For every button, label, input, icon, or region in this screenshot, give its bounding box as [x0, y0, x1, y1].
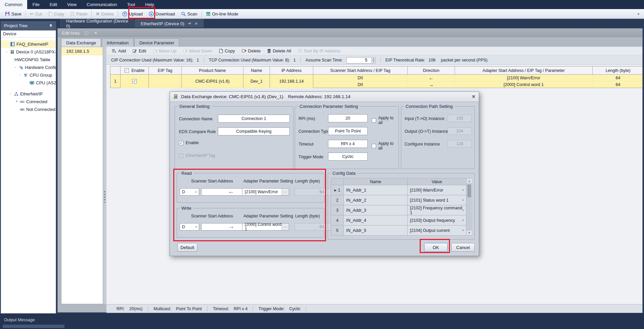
- project-notebook-icon: [10, 42, 15, 47]
- delete-row-button[interactable]: Delete: [242, 48, 261, 53]
- save-button[interactable]: Save: [2, 10, 25, 18]
- tab-hardware-configuration[interactable]: Hardware Configuration (Device 0): [60, 19, 134, 28]
- device-ip-item[interactable]: 192.168.1.5: [61, 47, 103, 55]
- config-row-value[interactable]: [2102] Frequency command 1▾: [408, 205, 466, 215]
- rpi-input[interactable]: [328, 114, 368, 122]
- copy-row-button[interactable]: Copy: [219, 48, 235, 53]
- move-up-button[interactable]: Move Up: [153, 48, 177, 53]
- config-scrollbar[interactable]: ▲ ▼: [466, 178, 472, 236]
- config-row-name[interactable]: IN_Addr_5: [344, 225, 408, 236]
- delete-button[interactable]: ✕ Delete: [93, 10, 117, 18]
- tree-item-not-connected[interactable]: Not Connected: [1, 106, 56, 113]
- config-row-value[interactable]: [2104] Output current▾: [408, 225, 466, 236]
- tab-close-icon[interactable]: ✕: [195, 22, 198, 26]
- expander-icon[interactable]: -: [9, 92, 12, 95]
- rpi-apply-to-all-row[interactable]: Apply to all: [372, 116, 399, 125]
- tree-item-project[interactable]: FAQ_EthernetIP: [1, 40, 56, 48]
- scan-button[interactable]: Scan: [178, 10, 200, 18]
- project-tree-body: Device FAQ_EthernetIP - Device 0 (AS218P…: [1, 30, 56, 314]
- expander-icon[interactable]: -: [5, 50, 8, 53]
- cip-connection-value: 1: [197, 58, 199, 63]
- enable-checkbox-row[interactable]: ✓ Enable: [179, 140, 199, 145]
- exchange-action-bar: Add Edit Move Up Move Down Copy Delete: [106, 47, 642, 55]
- menu-view[interactable]: View: [62, 0, 82, 9]
- config-row-num[interactable]: 3: [331, 205, 344, 215]
- scrollbar-thumb[interactable]: [467, 184, 471, 197]
- header-eip-tag: EIP Tag: [149, 67, 182, 75]
- config-row-num[interactable]: 5: [331, 225, 344, 236]
- config-row-num[interactable]: 4: [331, 215, 344, 225]
- tree-item-cpu-group[interactable]: - CPU Group: [1, 71, 56, 79]
- pin-icon[interactable]: [49, 24, 53, 28]
- move-down-button[interactable]: Move Down: [183, 48, 213, 53]
- config-row-value[interactable]: [2100] Warn/Error▾: [408, 185, 466, 195]
- tree-item-ethernet-ip[interactable]: - EtherNet/IP: [1, 90, 56, 98]
- row-number[interactable]: 1: [110, 75, 121, 88]
- menu-edit[interactable]: Edit: [45, 0, 62, 9]
- menu-communication[interactable]: Communication: [82, 0, 122, 9]
- assume-scan-time-input[interactable]: [346, 57, 374, 64]
- scroll-down-icon[interactable]: ▼: [466, 230, 472, 235]
- data-exchange-table: ✓ Enable EIP Tag Product Name Name IP Ad…: [110, 66, 642, 88]
- default-button[interactable]: Default: [177, 243, 197, 252]
- gears-icon: [18, 65, 24, 70]
- scan-time-spinner[interactable]: ▲▼: [371, 57, 376, 64]
- document-tabs: Hardware Configuration (Device 0) EtherN…: [60, 19, 203, 28]
- tab-device-parameter[interactable]: Device Parameter: [134, 38, 179, 47]
- tab-pin-icon[interactable]: [188, 22, 191, 25]
- config-row-name[interactable]: IN_Addr_1: [344, 185, 408, 195]
- tree-item-hwconfig-table[interactable]: HWCONFIG Table: [1, 56, 56, 64]
- ethernet-ip-tag-checkbox-row[interactable]: EtherNet/IP Tag: [179, 153, 215, 158]
- expander-icon[interactable]: +: [15, 100, 18, 103]
- paste-button[interactable]: Paste: [67, 10, 90, 18]
- expander-icon[interactable]: -: [14, 66, 17, 69]
- select-all-checkbox[interactable]: ✓: [125, 68, 129, 73]
- direction-cell: ←: [408, 75, 455, 81]
- enable-checkbox[interactable]: ✓: [179, 141, 183, 145]
- sort-by-ip-button[interactable]: Sort By IP Address: [298, 48, 340, 53]
- output-message-label[interactable]: Output Message: [4, 318, 35, 322]
- config-row-num[interactable]: ▶1: [331, 185, 344, 195]
- cut-button[interactable]: ✂ Cut: [27, 10, 45, 18]
- tab-information[interactable]: Information: [102, 38, 134, 47]
- tree-item-connected[interactable]: + Connected: [1, 98, 56, 106]
- config-row-value[interactable]: [2103] Output frequency▾: [408, 215, 466, 225]
- toolbar-overflow-icon[interactable]: ▾: [638, 12, 642, 16]
- menu-file[interactable]: File: [28, 0, 45, 9]
- tab-data-exchange[interactable]: Data Exchange: [61, 38, 101, 47]
- eds-compare-rule-input[interactable]: [218, 127, 290, 135]
- dialog-close-icon[interactable]: ✕: [472, 94, 475, 99]
- splitter[interactable]: [103, 47, 106, 304]
- chevron-down-icon: ▾: [462, 219, 464, 222]
- trigger-mode-input[interactable]: [328, 153, 368, 161]
- tree-item-hardware-configuration[interactable]: - Hardware Configuratio: [1, 64, 56, 71]
- maximize-icon[interactable]: ▢: [85, 31, 89, 35]
- expander-icon[interactable]: -: [18, 74, 21, 77]
- enable-checkbox[interactable]: ✓: [132, 79, 137, 83]
- online-mode-button[interactable]: On-line Mode: [203, 10, 241, 18]
- tree-item-cpu[interactable]: CPU (AS218PX: [1, 79, 56, 87]
- timeout-apply-to-all-row[interactable]: Apply to all: [372, 141, 399, 151]
- copy-button[interactable]: Copy: [45, 10, 67, 18]
- config-row-name[interactable]: IN_Addr_3: [344, 205, 408, 215]
- tree-item-device0[interactable]: - Device 0 (AS218PX-A): [1, 48, 56, 56]
- config-row-name[interactable]: IN_Addr_4: [344, 215, 408, 225]
- scroll-up-icon[interactable]: ▲: [466, 178, 472, 184]
- timeout-apply-checkbox[interactable]: [372, 144, 376, 148]
- status-trigger-mode: Trigger Mode:Cyclic: [253, 306, 306, 312]
- rpi-apply-checkbox[interactable]: [372, 118, 376, 123]
- timeout-input[interactable]: [328, 140, 368, 148]
- config-row-num[interactable]: 2: [331, 195, 344, 205]
- config-row-name[interactable]: IN_Addr_2: [344, 195, 408, 205]
- tab-ethernet-ip[interactable]: EtherNet/IP (Device 0) ✕: [135, 19, 203, 28]
- add-button[interactable]: Add: [112, 48, 126, 53]
- cancel-button[interactable]: Cancel: [451, 243, 475, 252]
- config-row-value[interactable]: [2101] Status word 1▾: [408, 195, 466, 205]
- connection-type-input[interactable]: [328, 127, 368, 135]
- connection-name-input[interactable]: [218, 115, 290, 123]
- edit-button[interactable]: Edit: [133, 48, 146, 53]
- close-icon[interactable]: ✕: [94, 31, 97, 35]
- menu-tab-common[interactable]: Common: [0, 0, 28, 9]
- delete-all-button[interactable]: Delete All: [267, 48, 291, 53]
- ethernet-ip-tag-checkbox[interactable]: [179, 154, 183, 158]
